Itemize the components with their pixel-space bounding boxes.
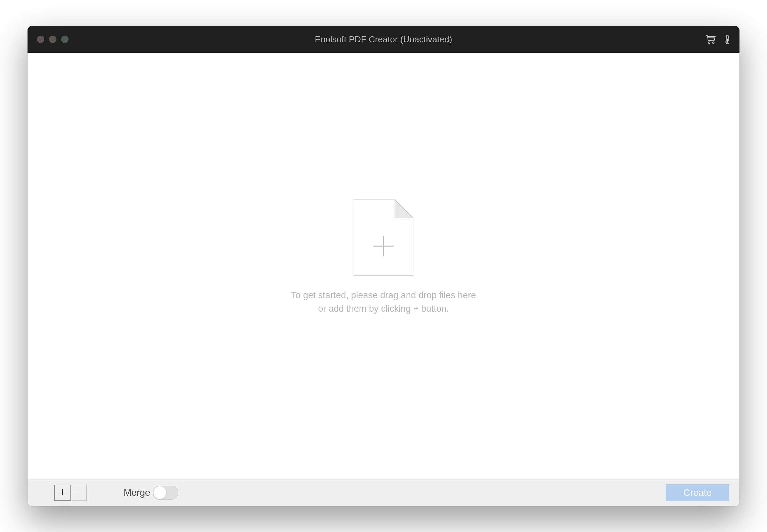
minus-icon [75, 488, 82, 497]
zoom-button[interactable] [61, 36, 69, 43]
cart-icon[interactable] [705, 34, 717, 44]
merge-label: Merge [124, 487, 150, 498]
thermometer-icon[interactable] [725, 34, 730, 45]
add-document-icon [353, 199, 414, 276]
close-button[interactable] [37, 36, 44, 43]
svg-point-1 [713, 42, 714, 44]
create-button[interactable]: Create [666, 484, 729, 501]
minimize-button[interactable] [49, 36, 56, 43]
titlebar-actions [705, 34, 730, 45]
titlebar: Enolsoft PDF Creator (Unactivated) [28, 26, 739, 53]
svg-point-0 [709, 42, 710, 44]
window-title: Enolsoft PDF Creator (Unactivated) [28, 34, 739, 45]
hint-line-1: To get started, please drag and drop fil… [291, 289, 476, 302]
merge-toggle[interactable] [153, 486, 178, 500]
drop-zone[interactable]: To get started, please drag and drop fil… [291, 199, 476, 316]
hint-text: To get started, please drag and drop fil… [291, 289, 476, 316]
add-file-button[interactable] [54, 485, 71, 501]
plus-icon [59, 488, 66, 497]
app-window: Enolsoft PDF Creator (Unactivated) [28, 26, 739, 506]
merge-control: Merge [124, 486, 178, 500]
add-remove-group [54, 485, 87, 501]
remove-file-button [71, 485, 87, 501]
content-area: To get started, please drag and drop fil… [28, 53, 739, 479]
traffic-lights [28, 36, 69, 43]
toggle-knob [153, 486, 166, 499]
bottom-bar: Merge Create [28, 479, 739, 506]
hint-line-2: or add them by clicking + button. [291, 302, 476, 316]
